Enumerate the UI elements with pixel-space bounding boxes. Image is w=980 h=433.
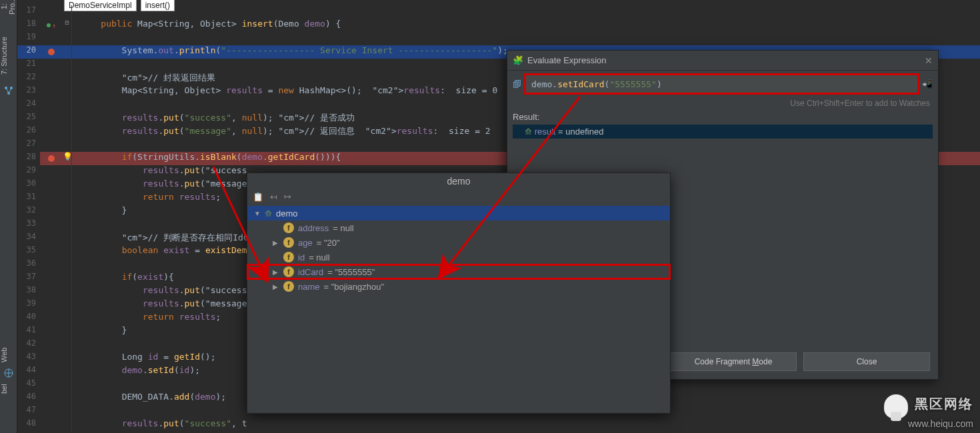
- close-icon[interactable]: ✕: [925, 55, 933, 66]
- breakpoint-icon[interactable]: [48, 49, 55, 55]
- code-line[interactable]: 48 results.put("success", t: [17, 418, 980, 432]
- structure-tab[interactable]: 7: Structure: [0, 29, 8, 83]
- code-fragment-mode-button[interactable]: Code Fragment Mode: [670, 352, 797, 371]
- breakpoint-icon[interactable]: [48, 155, 55, 162]
- result-label: Result:: [513, 112, 933, 122]
- field-icon: f: [283, 222, 294, 233]
- watches-hint: Use Ctrl+Shift+Enter to add to Watches: [507, 97, 938, 112]
- field-icon: f: [283, 266, 294, 277]
- structure-icon: [3, 85, 14, 96]
- app-icon: 🧩: [513, 55, 523, 65]
- code-line[interactable]: 18↑⊟ public Map<String, Object> insert(D…: [17, 19, 980, 32]
- tree-field-idCard[interactable]: ▶f idCard = "5555555": [247, 264, 670, 279]
- dialog-title: Evaluate Expression: [527, 55, 607, 65]
- inspect-toolbar-copy-icon[interactable]: 📋: [253, 192, 263, 202]
- expression-expand-icon[interactable]: 📲: [922, 79, 933, 89]
- web-tab[interactable]: Web: [0, 345, 8, 365]
- result-row[interactable]: ⟰ result = undefined: [513, 125, 933, 139]
- tree-field-name[interactable]: ▶f name = "bojiangzhou": [247, 279, 670, 294]
- inspect-title: demo: [247, 173, 670, 191]
- field-icon: f: [283, 281, 294, 292]
- intention-bulb-icon[interactable]: 💡: [63, 152, 73, 161]
- left-toolbar: 1: Pro... 7: Structure Web bel: [0, 0, 17, 433]
- variable-inspect-popup[interactable]: demo 📋 ↤ ↦ ▼⟰ demof address = null▶f age…: [247, 173, 671, 414]
- bel-tab[interactable]: bel: [0, 381, 8, 397]
- override-icon[interactable]: [47, 23, 51, 27]
- code-line[interactable]: 19: [17, 32, 980, 45]
- code-line[interactable]: 17: [17, 5, 980, 19]
- tree-field-address[interactable]: f address = null: [247, 220, 670, 235]
- project-tab[interactable]: 1: Pro...: [0, 0, 16, 16]
- tree-field-age[interactable]: ▶f age = "20": [247, 235, 670, 250]
- watermark-logo-icon: [884, 394, 908, 418]
- inspect-forward-icon[interactable]: ↦: [284, 192, 291, 202]
- inspect-back-icon[interactable]: ↤: [270, 192, 277, 202]
- tree-field-id[interactable]: f id = null: [247, 250, 670, 264]
- watermark: 黑区网络 www.heiqu.com: [884, 394, 973, 429]
- web-icon: [3, 368, 14, 378]
- expression-input[interactable]: demo.setIdCard("5555555"): [525, 75, 918, 93]
- field-icon: f: [283, 252, 294, 262]
- history-icon[interactable]: 🗐: [513, 79, 521, 89]
- close-button[interactable]: Close: [803, 352, 930, 371]
- tree-root[interactable]: ▼⟰ demo: [247, 206, 670, 220]
- field-icon: f: [283, 237, 294, 248]
